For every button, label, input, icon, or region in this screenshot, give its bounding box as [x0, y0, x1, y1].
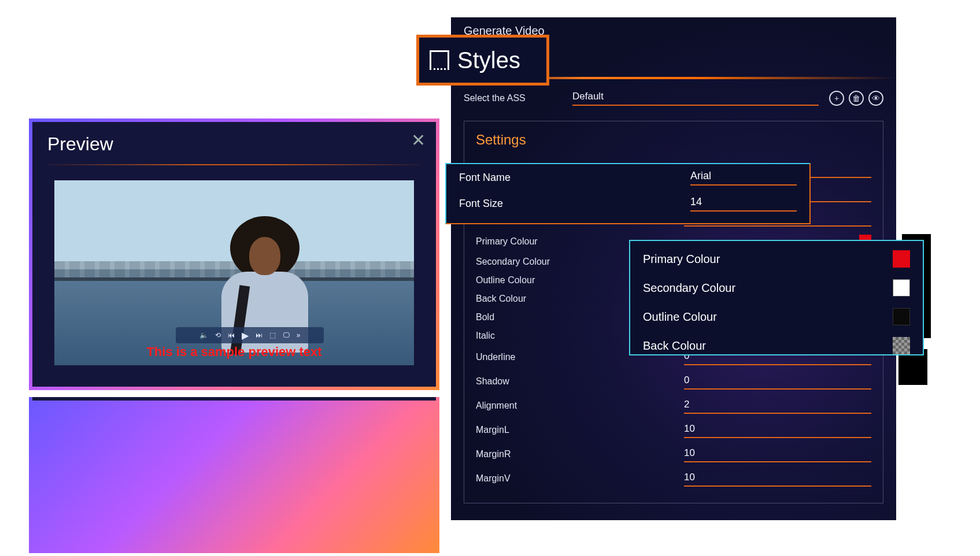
- highlight-fontsize-label: Font Size: [459, 198, 690, 210]
- preview-reflection: 🔈 ⟲ ⏮ ▶ ⏭ ⬚ 🖵 » This is a sample preview…: [29, 397, 439, 553]
- label-alignment: Alignment: [476, 401, 672, 411]
- row-marginl: MarginL 10: [476, 416, 871, 440]
- colour-row-primary[interactable]: Primary Colour: [643, 250, 910, 268]
- swatch-primary[interactable]: [893, 250, 910, 268]
- colour-popout-callout: Primary Colour Secondary Colour Outline …: [629, 240, 924, 355]
- colour-row-back[interactable]: Back Colour: [643, 337, 910, 354]
- label-shadow: Shadow: [476, 376, 672, 387]
- add-style-button[interactable]: +: [829, 91, 844, 106]
- delete-style-button[interactable]: 🗑: [849, 91, 864, 106]
- select-ass-value[interactable]: Default: [572, 91, 819, 106]
- preview-title: Preview: [47, 134, 421, 155]
- input-marginr[interactable]: 10: [684, 446, 871, 462]
- video-preview[interactable]: 🔈 ⟲ ⏮ ▶ ⏭ ⬚ 🖵 » This is a sample preview…: [54, 180, 414, 365]
- highlight-fontname-label: Font Name: [459, 172, 690, 184]
- input-marginv[interactable]: 10: [684, 470, 871, 487]
- input-shadow[interactable]: 0: [684, 373, 871, 390]
- colour-row-secondary[interactable]: Secondary Colour: [643, 279, 910, 296]
- select-ass-actions: + 🗑 👁: [829, 91, 883, 106]
- row-alignment: Alignment 2: [476, 392, 871, 416]
- label-marginv: MarginV: [476, 473, 672, 484]
- next-icon[interactable]: ⏭: [256, 331, 262, 339]
- prev-icon[interactable]: ⏮: [228, 331, 235, 339]
- font-highlight-callout: Font Name Arial Font Size 14: [445, 163, 811, 224]
- colour-label-back: Back Colour: [643, 339, 706, 353]
- colour-label-primary: Primary Colour: [643, 253, 720, 266]
- swatch-back[interactable]: [893, 337, 910, 354]
- label-primary-colour: Primary Colour: [476, 236, 651, 247]
- swatch-outline[interactable]: [893, 308, 910, 325]
- play-icon[interactable]: ▶: [242, 330, 249, 341]
- colour-row-outline[interactable]: Outline Colour: [643, 308, 910, 325]
- crop-icon[interactable]: ⬚: [269, 331, 276, 339]
- fullscreen-icon[interactable]: 🖵: [283, 331, 290, 339]
- loop-icon[interactable]: ⟲: [215, 331, 221, 339]
- colour-label-outline: Outline Colour: [643, 310, 717, 324]
- preview-modal: ✕ Preview 🔈 ⟲ ⏮ ▶ ⏭ ⬚ 🖵 » T: [29, 118, 439, 390]
- row-marginv: MarginV 10: [476, 465, 871, 489]
- swatch-secondary[interactable]: [893, 279, 910, 296]
- label-marginl: MarginL: [476, 425, 672, 435]
- input-marginl[interactable]: 10: [684, 422, 871, 438]
- colour-label-secondary: Secondary Colour: [643, 281, 735, 295]
- highlight-fontname-row: Font Name Arial: [459, 170, 797, 186]
- select-ass-label: Select the ASS: [464, 93, 562, 103]
- close-icon[interactable]: ✕: [411, 130, 426, 150]
- styles-tab-callout[interactable]: Styles: [416, 35, 549, 86]
- styles-tab-label: Styles: [457, 47, 520, 73]
- label-marginr: MarginR: [476, 449, 672, 459]
- highlight-fontsize-value[interactable]: 14: [690, 196, 797, 212]
- preview-style-button[interactable]: 👁: [868, 91, 883, 106]
- styles-icon: [430, 50, 449, 70]
- highlight-fontsize-row: Font Size 14: [459, 196, 797, 212]
- input-alignment[interactable]: 2: [684, 398, 871, 414]
- preview-divider: [47, 164, 421, 165]
- highlight-fontname-value[interactable]: Arial: [690, 170, 797, 186]
- volume-icon[interactable]: 🔈: [199, 331, 208, 339]
- settings-heading: Settings: [476, 132, 871, 148]
- row-marginr: MarginR 10: [476, 440, 871, 465]
- player-controls[interactable]: 🔈 ⟲ ⏮ ▶ ⏭ ⬚ 🖵 »: [176, 327, 324, 343]
- row-shadow: Shadow 0: [476, 368, 871, 392]
- preview-inner: ✕ Preview 🔈 ⟲ ⏮ ▶ ⏭ ⬚ 🖵 » T: [32, 122, 436, 387]
- more-icon[interactable]: »: [297, 331, 301, 339]
- preview-caption: This is a sample preview text: [54, 344, 414, 359]
